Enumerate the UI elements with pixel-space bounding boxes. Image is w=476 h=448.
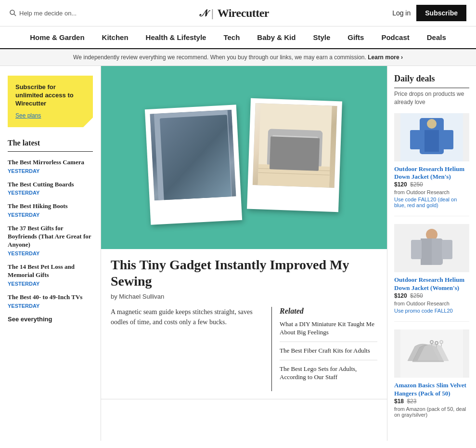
svg-line-1 (14, 14, 16, 16)
site-logo[interactable]: 𝒩 | Wirecutter (200, 7, 269, 20)
deal-price-row: $18 $23 (394, 398, 469, 405)
latest-item-hiking-boots[interactable]: The Best Hiking Boots (8, 202, 93, 211)
nav-baby-kid[interactable]: Baby & Kid (248, 26, 304, 48)
related-item[interactable]: The Best Fiber Craft Kits for Adults (280, 347, 377, 360)
nav-home-garden[interactable]: Home & Garden (21, 26, 93, 48)
svg-rect-23 (425, 130, 439, 152)
main-content: This Tiny Gadget Instantly Improved My S… (101, 66, 387, 441)
deal-source: from Outdoor Research (394, 301, 469, 306)
svg-rect-2 (154, 110, 232, 200)
related-box: Related What a DIY Miniature Kit Taught … (271, 307, 377, 391)
polaroid-jacket-inner (150, 110, 236, 201)
logo-separator: | (211, 7, 214, 20)
deal-promo: Use promo code FALL20 (394, 308, 469, 314)
svg-rect-31 (442, 240, 452, 259)
top-header: Help me decide on... 𝒩 | Wirecutter Log … (0, 0, 476, 26)
svg-rect-30 (411, 240, 422, 259)
nav-gifts[interactable]: Gifts (339, 26, 373, 48)
login-link[interactable]: Log in (392, 9, 411, 17)
jacket-svg (150, 110, 236, 201)
deal-product-image (400, 224, 463, 272)
deal-source: from Outdoor Research (394, 189, 469, 195)
subscribe-box-title: Subscribe for unlimited access to Wirecu… (15, 83, 85, 108)
deal-new-price: $120 (394, 181, 407, 188)
nav-style[interactable]: Style (304, 26, 339, 48)
search-placeholder: Help me decide on... (19, 10, 77, 17)
see-everything-link[interactable]: See everything (8, 316, 93, 323)
info-text: We independently review everything we re… (73, 54, 366, 61)
info-bar: We independently review everything we re… (0, 49, 476, 66)
svg-rect-19 (282, 158, 296, 164)
logo-name: Wirecutter (218, 7, 269, 20)
hero-image (101, 66, 387, 249)
latest-item-cutting-boards[interactable]: The Best Cutting Boards (8, 181, 93, 189)
article-headline: This Tiny Gadget Instantly Improved My S… (111, 257, 377, 289)
search-area[interactable]: Help me decide on... (10, 10, 77, 17)
svg-rect-13 (271, 135, 319, 162)
search-icon (10, 10, 16, 16)
svg-point-22 (427, 119, 437, 129)
deal-name-grey-jacket[interactable]: Outdoor Research Helium Down Jacket (Wom… (394, 276, 464, 291)
deal-price-row: $120 $250 (394, 181, 469, 188)
latest-section: The latest The Best Mirrorless Camera YE… (8, 139, 93, 323)
deal-item: Amazon Basics Slim Velvet Hangers (Pack … (394, 329, 469, 425)
sewing-svg (253, 103, 337, 188)
deal-price-row: $120 $250 (394, 292, 469, 299)
svg-rect-15 (289, 155, 295, 158)
deal-product-image (400, 113, 463, 161)
polaroid-jacket (145, 105, 242, 225)
deal-new-price: $120 (394, 292, 407, 299)
page-layout: Subscribe for unlimited access to Wirecu… (0, 66, 476, 441)
logo-nyt: 𝒩 (200, 8, 207, 19)
related-item[interactable]: What a DIY Miniature Kit Taught Me About… (280, 320, 377, 342)
subscribe-box: Subscribe for unlimited access to Wirecu… (8, 76, 93, 127)
latest-item-date: YESTERDAY (8, 250, 93, 256)
deal-image-grey-jacket (394, 224, 469, 272)
jacket-photo (150, 110, 236, 201)
see-plans-link[interactable]: See plans (15, 112, 41, 119)
svg-rect-29 (421, 238, 432, 265)
list-item: The Best Hiking Boots YESTERDAY (8, 202, 93, 218)
learn-more-link[interactable]: Learn more › (368, 54, 403, 61)
deals-title: Daily deals (394, 74, 469, 88)
latest-item-mirrorless[interactable]: The Best Mirrorless Camera (8, 158, 93, 167)
related-item[interactable]: The Best Lego Sets for Adults, According… (280, 365, 377, 386)
nav-podcast[interactable]: Podcast (373, 26, 418, 48)
deal-name-hangers[interactable]: Amazon Basics Slim Velvet Hangers (Pack … (394, 382, 466, 397)
latest-item-pet-loss[interactable]: The 14 Best Pet Loss and Memorial Gifts (8, 263, 93, 279)
deal-item: Outdoor Research Helium Down Jacket (Wom… (394, 224, 469, 322)
article-byline: by Michael Sullivan (111, 293, 377, 300)
list-item: The Best Cutting Boards YESTERDAY (8, 181, 93, 196)
related-title: Related (280, 307, 377, 316)
deal-name-blue-jacket[interactable]: Outdoor Research Helium Down Jacket (Men… (394, 165, 464, 181)
list-item: The 14 Best Pet Loss and Memorial Gifts … (8, 263, 93, 287)
article-section: This Tiny Gadget Instantly Improved My S… (101, 249, 387, 399)
svg-rect-9 (187, 169, 200, 179)
nav-kitchen[interactable]: Kitchen (93, 26, 137, 48)
deal-image-hangers (394, 329, 469, 378)
deal-new-price: $18 (394, 398, 404, 405)
svg-point-4 (179, 123, 205, 148)
latest-title: The latest (8, 139, 93, 152)
deal-image-blue-jacket (394, 113, 469, 161)
svg-point-3 (171, 154, 218, 201)
nav-tech[interactable]: Tech (215, 26, 248, 48)
svg-rect-14 (290, 142, 294, 159)
nav-deals[interactable]: Deals (418, 26, 455, 48)
latest-item-gifts-boyfriends[interactable]: The 37 Best Gifts for Boyfriends (That A… (8, 224, 93, 249)
svg-point-0 (10, 10, 14, 14)
deal-product-image (400, 329, 463, 378)
nav-health-lifestyle[interactable]: Health & Lifestyle (137, 26, 215, 48)
latest-item-tvs[interactable]: The Best 40- to 49-Inch TVs (8, 293, 93, 302)
subscribe-button[interactable]: Subscribe (416, 5, 466, 21)
svg-rect-16 (258, 164, 330, 188)
list-item: The Best 40- to 49-Inch TVs YESTERDAY (8, 293, 93, 309)
deal-old-price: $250 (410, 292, 423, 299)
deal-item: Outdoor Research Helium Down Jacket (Men… (394, 113, 469, 217)
list-item: The 37 Best Gifts for Boyfriends (That A… (8, 224, 93, 256)
polaroid-sewing-inner (253, 103, 337, 188)
deals-subtitle: Price drops on products we already love (394, 90, 469, 106)
main-nav: Home & Garden Kitchen Health & Lifestyle… (0, 26, 476, 49)
article-body-row: A magnetic seam guide keeps stitches str… (111, 307, 377, 391)
svg-rect-7 (198, 159, 210, 169)
